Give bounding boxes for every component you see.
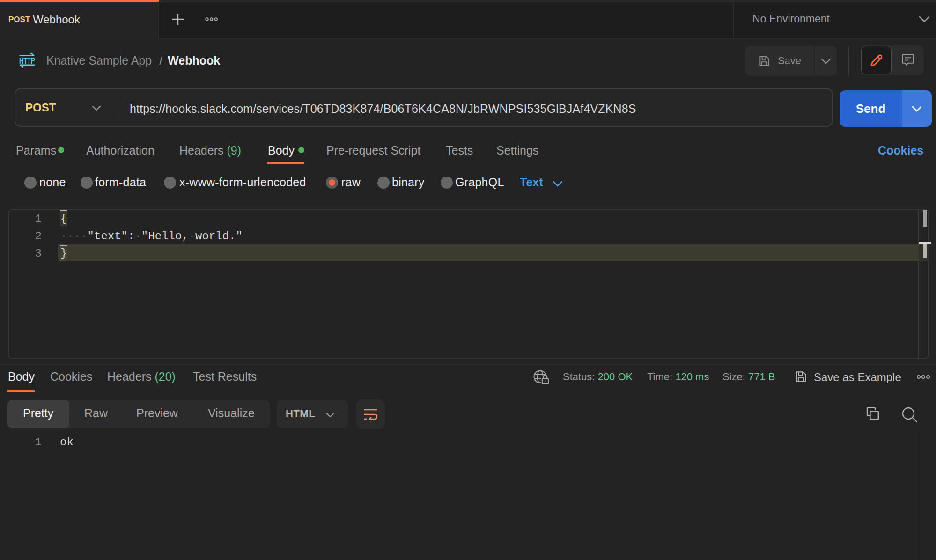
svg-text:HTTP: HTTP xyxy=(19,56,35,66)
